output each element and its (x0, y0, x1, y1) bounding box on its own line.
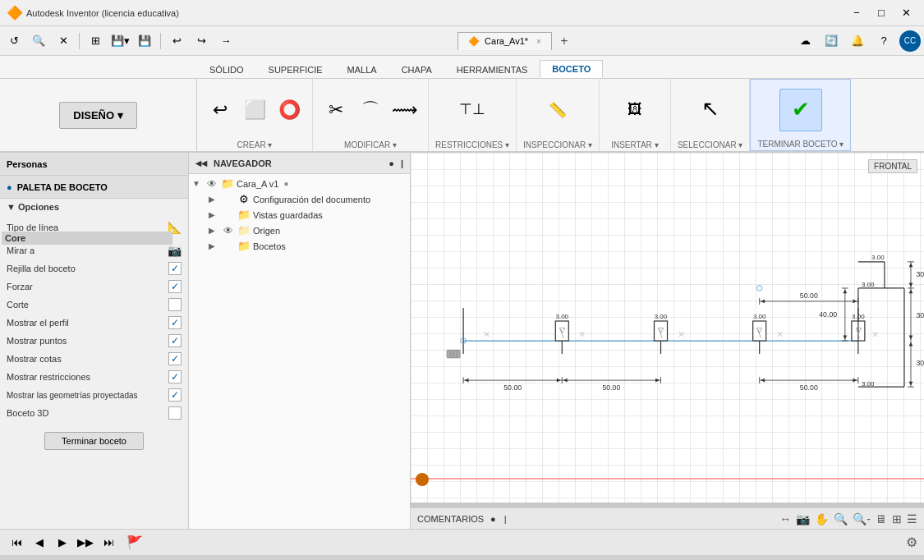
nav-arrow-bocetos[interactable]: ▶ (209, 241, 220, 250)
option-puntos: Mostrar puntos (7, 332, 182, 350)
doc-tab-icon: 🔶 (468, 36, 480, 47)
redo-button[interactable]: ↪ (191, 30, 212, 52)
tab-herramientas[interactable]: HERRAMIENTAS (444, 61, 540, 78)
comments-icon-2[interactable]: 📷 (796, 512, 810, 526)
doc-tabs-area: 🔶 Cara_Av1* × + (240, 32, 791, 50)
tab-superficie[interactable]: SUPERFICIE (256, 61, 335, 78)
puntos-checkbox[interactable] (168, 334, 182, 347)
add-tab-button[interactable]: + (555, 32, 573, 50)
tab-boceto[interactable]: BOCETO (540, 60, 603, 78)
user-avatar[interactable]: CC (899, 30, 921, 52)
nav-item-cara[interactable]: ▼ 👁 📁 Cara_A v1 ● (189, 176, 410, 191)
forzar-label: Forzar (7, 282, 33, 291)
nav-prev-button[interactable]: ◀ (30, 534, 49, 552)
sync-button[interactable]: 🔄 (821, 30, 842, 52)
comments-icon-8[interactable]: ☰ (907, 512, 917, 526)
option-rejilla: Rejilla del boceto (7, 259, 182, 278)
save-button[interactable]: 💾 (134, 30, 155, 52)
canvas-area[interactable]: FRONTAL (411, 153, 924, 529)
nav-first-button[interactable]: ⏮ (7, 534, 26, 552)
nav-item-vistas[interactable]: ▶ 📁 Vistas guardadas (205, 207, 410, 223)
nav-eye-origen[interactable]: 👁 (222, 225, 235, 236)
rect-tool-button[interactable]: ⬜ (238, 90, 271, 130)
corte-checkbox[interactable] (168, 298, 182, 311)
bottom-toolbar: ⏮ ◀ ▶ ▶▶ ⏭ 🚩 ⚙ (0, 529, 924, 555)
opciones-section[interactable]: ▼ Opciones (0, 199, 188, 215)
title-text: 🔶 Autodesk Inventor (licencia educativa) (7, 5, 179, 21)
nav-arrow-origen[interactable]: ▶ (209, 226, 220, 235)
tab-solido[interactable]: SÓLIDO (197, 61, 256, 78)
rejilla-checkbox[interactable] (168, 262, 182, 275)
fillet-tool-button[interactable]: ⌒ (354, 90, 387, 130)
seleccionar-button[interactable]: ↖ (689, 89, 732, 131)
nav-arrow-config[interactable]: ▶ (209, 195, 220, 204)
comments-icon-5[interactable]: 🔍- (853, 512, 871, 526)
close-button[interactable]: ✕ (894, 4, 917, 22)
flag-icon[interactable]: 🚩 (126, 535, 143, 550)
inspeccionar-button[interactable]: 📏 (529, 90, 586, 130)
refresh-button[interactable]: ↺ (3, 30, 25, 52)
forward-button[interactable]: → (215, 30, 237, 52)
undo-button[interactable]: ↩ (166, 30, 187, 52)
rejilla-label: Rejilla del boceto (7, 264, 76, 273)
dim-arrow-50-2b (655, 379, 660, 383)
circle-tool-button[interactable]: ⭕ (273, 90, 306, 130)
tab-chapa[interactable]: CHAPA (389, 61, 444, 78)
restricciones-button[interactable]: ⊤⊥ (444, 90, 501, 130)
terminar-label: TERMINAR BOCETO ▾ (757, 138, 844, 149)
maximize-button[interactable]: □ (870, 4, 893, 22)
dim-text-3-4: 3.00 (852, 313, 865, 320)
nav-item-origen[interactable]: ▶ 👁 📁 Origen (205, 223, 410, 238)
comments-icon-1[interactable]: ↔ (779, 512, 791, 526)
comments-icon-6[interactable]: 🖥 (876, 512, 887, 526)
nav-arrow-vistas[interactable]: ▶ (209, 210, 220, 219)
save-dropdown-button[interactable]: 💾▾ (109, 30, 131, 52)
nav-pin-button[interactable]: ● (388, 158, 394, 168)
nav-next-button[interactable]: ▶▶ (76, 534, 95, 552)
comments-icon-7[interactable]: ⊞ (892, 512, 902, 526)
nav-item-bocetos[interactable]: ▶ 📁 Bocetos (205, 238, 410, 254)
comments-icon-4[interactable]: 🔍 (834, 512, 848, 526)
arc-tool-button[interactable]: ↩ (204, 90, 237, 130)
help-button[interactable]: ? (873, 30, 894, 52)
insertar-button[interactable]: 🖼 (606, 90, 664, 130)
drawing-canvas[interactable]: 50.00 50.00 50.00 (411, 153, 924, 503)
scissors-tool-button[interactable]: ✂ (319, 90, 352, 130)
sidebar-options-list: Tipo de línea 📐 Mirar a 📷 Rejilla del bo… (0, 215, 188, 425)
forzar-checkbox[interactable] (168, 280, 182, 293)
cloud-button[interactable]: ☁ (794, 30, 816, 52)
cotas-checkbox[interactable] (168, 352, 182, 365)
settings-gear-icon[interactable]: ⚙ (906, 535, 917, 550)
design-button[interactable]: DISEÑO ▾ (59, 102, 136, 129)
geometrias-checkbox[interactable] (168, 388, 182, 402)
main-toolbar: ↺ 🔍 ✕ ⊞ 💾▾ 💾 ↩ ↪ → 🔶 Cara_Av1* × + ☁ 🔄 🔔… (0, 26, 924, 56)
nav-play-button[interactable]: ▶ (53, 534, 72, 552)
search-button[interactable]: 🔍 (28, 30, 49, 52)
boceto3d-checkbox[interactable] (168, 406, 182, 420)
restricciones-checkbox[interactable] (168, 370, 182, 383)
sidebar-paleta-header[interactable]: ● PALETA DE BOCETO (0, 176, 188, 199)
dim-arrow-30-1a (909, 263, 913, 267)
mirar-a-icon[interactable]: 📷 (168, 244, 182, 257)
close-search-button[interactable]: ✕ (53, 30, 74, 52)
extend-tool-button[interactable]: ⟿ (388, 90, 421, 130)
perfil-checkbox[interactable] (168, 316, 182, 329)
notification-button[interactable]: 🔔 (847, 30, 868, 52)
comments-pin-button[interactable]: ● (490, 514, 496, 524)
doc-tab-active[interactable]: 🔶 Cara_Av1* × (457, 32, 552, 50)
grid-button[interactable]: ⊞ (85, 30, 106, 52)
nav-item-config[interactable]: ▶ ⚙ Configuración del documento (205, 191, 410, 207)
nav-eye-cara[interactable]: 👁 (205, 178, 218, 190)
terminar-boceto-button[interactable]: ✔ (779, 89, 822, 131)
terminar-boceto-sidebar-button[interactable]: Terminar boceto (44, 432, 144, 450)
nav-close-button[interactable]: | (401, 158, 403, 168)
doc-tab-close[interactable]: × (536, 37, 541, 46)
minimize-button[interactable]: − (845, 4, 868, 22)
nav-last-button[interactable]: ⏭ (99, 534, 118, 552)
dim-arrow-30-2b (909, 336, 913, 340)
comments-close-button[interactable]: | (504, 514, 507, 524)
tab-malla[interactable]: MALLA (335, 61, 389, 78)
comments-icon-3[interactable]: ✋ (815, 512, 829, 526)
nav-arrow-cara[interactable]: ▼ (192, 179, 204, 188)
rect-icon: ⬜ (244, 99, 266, 121)
